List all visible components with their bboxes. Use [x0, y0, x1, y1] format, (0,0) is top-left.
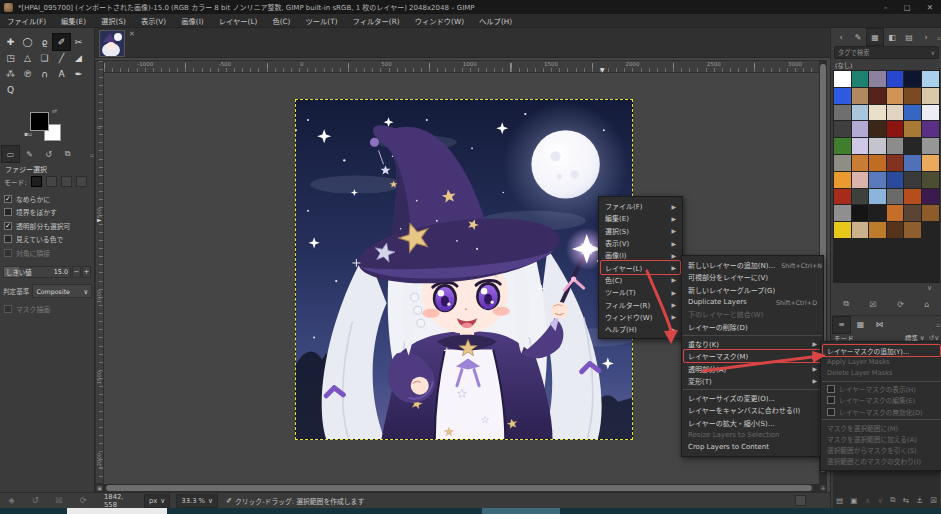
pattern-swatch[interactable] — [887, 71, 904, 87]
menubar-item[interactable]: 編集(E) — [61, 16, 86, 26]
tab-undo-history[interactable]: ↺ — [40, 146, 57, 162]
free-select-tool[interactable]: ϱ — [36, 34, 53, 50]
tab-scroll-right[interactable]: › — [918, 29, 934, 45]
pattern-swatch[interactable] — [834, 121, 851, 137]
pattern-swatch[interactable] — [852, 88, 869, 104]
pattern-swatch[interactable] — [869, 222, 886, 238]
pattern-swatch[interactable] — [887, 121, 904, 137]
pattern-swatch[interactable] — [887, 189, 904, 205]
menu-item[interactable]: レイヤーの削除(D) — [682, 320, 823, 332]
save-preset-icon[interactable]: ◈ — [9, 496, 15, 505]
pattern-collapse-chevron[interactable]: ∨ — [927, 284, 932, 292]
mode-replace-button[interactable] — [31, 176, 42, 187]
tab-fonts[interactable]: ▤ — [901, 29, 917, 45]
pattern-swatch[interactable] — [922, 138, 939, 154]
menu-item[interactable]: 新しいレイヤーの追加(N)...Shift+Ctrl+N — [682, 259, 823, 271]
tool-option-check[interactable]: 境界をぼかす — [4, 206, 92, 220]
pattern-search-input[interactable]: タグで検索 ∨ — [834, 46, 939, 59]
delete-preset-icon[interactable]: ☒ — [56, 496, 63, 505]
pattern-swatch[interactable] — [834, 189, 851, 205]
menubar-item[interactable]: 表示(V) — [141, 16, 166, 26]
pattern-swatch[interactable] — [869, 155, 886, 171]
pattern-swatch[interactable] — [922, 105, 939, 121]
mode-add-button[interactable] — [46, 176, 57, 187]
menu-item[interactable]: 色(C)▶ — [599, 274, 682, 286]
menubar-item[interactable]: レイヤー(L) — [219, 16, 258, 26]
menu-item[interactable]: ツール(T)▶ — [599, 286, 682, 298]
pattern-swatch[interactable] — [869, 138, 886, 154]
pattern-swatch[interactable] — [852, 189, 869, 205]
eraser-tool[interactable]: ◢ — [70, 50, 87, 66]
pattern-swatch[interactable] — [869, 105, 886, 121]
crop-tool[interactable]: ✂ — [70, 34, 87, 50]
menu-item[interactable]: ウィンドウ(W)▶ — [599, 311, 682, 323]
measure-tool[interactable]: △ — [19, 50, 36, 66]
taskbar-app-segment[interactable] — [67, 508, 167, 514]
close-button[interactable]: ✕ — [927, 3, 933, 12]
pattern-swatch[interactable] — [904, 205, 921, 221]
anchor-layer-icon[interactable]: ⚓ — [916, 496, 923, 505]
zoom-dropdown[interactable]: 33.3 % ∨ — [176, 494, 218, 508]
default-colors-icon[interactable]: ▪▫ — [24, 130, 32, 137]
menu-item[interactable]: Crop Layers to Content — [682, 441, 823, 453]
pattern-swatch[interactable] — [887, 172, 904, 188]
move-tool[interactable]: ✚ — [2, 34, 19, 50]
menubar-item[interactable]: ウィンドウ(W) — [415, 16, 464, 26]
pattern-swatch[interactable] — [834, 88, 851, 104]
mode-subtract-button[interactable] — [61, 176, 72, 187]
pattern-swatch[interactable] — [904, 189, 921, 205]
pattern-swatch[interactable] — [904, 121, 921, 137]
menu-item[interactable]: レイヤーの拡大・縮小(S)... — [682, 417, 823, 429]
clone-tool[interactable]: ℗ — [19, 66, 36, 82]
menu-item[interactable]: レイヤーマスク(M)▶ — [682, 350, 823, 362]
pattern-swatch[interactable] — [922, 71, 939, 87]
color-selector[interactable]: ⇄ ▪▫ — [28, 110, 68, 144]
quick-mask-toggle[interactable]: ▣ — [95, 484, 104, 492]
tab-channels[interactable]: ▦ — [852, 317, 869, 333]
pattern-swatch[interactable] — [904, 88, 921, 104]
tab-patterns[interactable]: ▦ — [867, 29, 883, 45]
ellipse-select-tool[interactable]: ◯ — [19, 34, 36, 50]
menubar-item[interactable]: ヘルプ(H) — [479, 16, 512, 26]
pattern-swatch[interactable] — [852, 172, 869, 188]
tab-gradients[interactable]: ◧ — [884, 29, 900, 45]
duplicate-layer-icon[interactable]: ⧉ — [890, 495, 895, 505]
menubar-item[interactable]: 画像(I) — [181, 16, 203, 26]
menu-item[interactable]: 新しいレイヤーグループ(G) — [682, 284, 823, 296]
smudge-tool[interactable]: ∩ — [36, 66, 53, 82]
merge-layer-icon[interactable]: ⇆ — [903, 496, 909, 505]
pattern-swatch[interactable] — [852, 155, 869, 171]
menubar-item[interactable]: フィルター(R) — [353, 16, 400, 26]
pattern-swatch[interactable] — [904, 71, 921, 87]
pattern-swatch[interactable] — [869, 121, 886, 137]
pattern-swatch[interactable] — [852, 71, 869, 87]
pattern-swatch[interactable] — [834, 172, 851, 188]
dock-menu-icon[interactable]: ▫ — [937, 34, 941, 41]
tab-device-status[interactable]: ✎ — [21, 146, 38, 162]
tab-tool-options[interactable]: ▭ — [2, 146, 19, 162]
pattern-swatch[interactable] — [904, 172, 921, 188]
pattern-swatch[interactable] — [834, 222, 851, 238]
menubar-item[interactable]: 色(C) — [272, 16, 290, 26]
image-tab-thumbnail[interactable] — [100, 31, 124, 56]
close-tab-icon[interactable]: ✕ — [129, 30, 135, 38]
menu-item[interactable]: レイヤーマスクの追加(Y)... — [821, 345, 941, 356]
tab-layers[interactable]: ≡ — [833, 317, 850, 333]
tool-option-check[interactable]: 対角に隣接 — [4, 246, 92, 260]
menu-item[interactable]: レイヤー(L)▶ — [599, 261, 682, 273]
pattern-swatch[interactable] — [852, 222, 869, 238]
pattern-swatch[interactable] — [887, 155, 904, 171]
maximize-button[interactable]: ▢ — [904, 3, 911, 12]
menu-item[interactable]: 選択(S)▶ — [599, 225, 682, 237]
menubar-item[interactable]: 選択(S) — [101, 16, 126, 26]
criterion-dropdown[interactable]: Composite ∨ — [32, 284, 92, 298]
menu-item[interactable]: 編集(E)▶ — [599, 212, 682, 224]
tab-brushes[interactable]: ✎ — [850, 29, 866, 45]
dock-menu-icon[interactable]: ▫ — [936, 321, 940, 328]
open-pattern-icon[interactable]: ⌂ — [925, 300, 930, 309]
fuzzy-select-tool[interactable]: ✐ — [53, 34, 70, 50]
pattern-swatch[interactable] — [904, 155, 921, 171]
pattern-swatch[interactable] — [852, 138, 869, 154]
pattern-swatch[interactable] — [834, 105, 851, 121]
tab-scroll-left[interactable]: ‹ — [833, 29, 849, 45]
